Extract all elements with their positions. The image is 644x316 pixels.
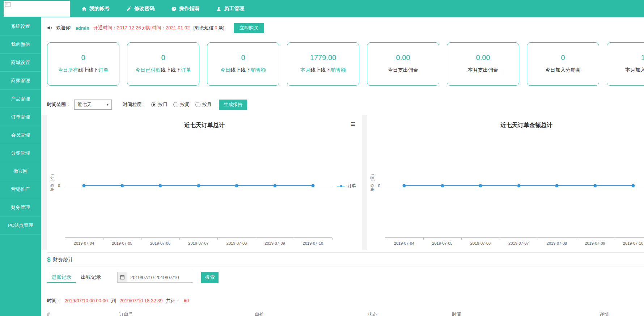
stat-label: 今日线上线下销售额 xyxy=(207,67,279,73)
x-axis-line xyxy=(385,237,644,238)
nav-change-password[interactable]: 修改密码 xyxy=(126,5,154,12)
calendar-icon[interactable] xyxy=(117,272,127,283)
x-axis-tick xyxy=(385,238,385,240)
table-header-cell: 订单号 xyxy=(119,311,255,316)
sidebar-item-订单管理[interactable]: 订单管理 xyxy=(0,108,41,126)
x-axis-line xyxy=(65,237,332,238)
nav-label: 我的帐号 xyxy=(89,5,110,12)
sidebar-item-分销管理[interactable]: 分销管理 xyxy=(0,144,41,162)
main-content: 欢迎你! admin 开通时间：2017-12-26 到期时间：2021-01-… xyxy=(41,17,644,316)
radio-option-按日[interactable]: 按日 xyxy=(151,101,168,108)
summary-total-value: ¥0 xyxy=(184,298,189,303)
stat-label-part: 订单 xyxy=(98,67,109,73)
data-point-marker xyxy=(120,184,124,188)
time-range-label: 时间范围： xyxy=(47,101,71,108)
chart-menu-icon[interactable]: ≡ xyxy=(351,120,355,128)
x-axis-tick xyxy=(614,238,614,240)
x-axis-tick xyxy=(576,238,576,240)
tab-出账记录[interactable]: 出账记录 xyxy=(77,271,106,283)
time-range-value: 近七天 xyxy=(77,101,92,108)
nav-label: 修改密码 xyxy=(134,5,154,12)
x-axis-label: 2019-07-10 xyxy=(623,241,643,245)
stat-label-part: 订单 xyxy=(181,67,191,73)
welcome-greeting: 欢迎你! xyxy=(56,25,72,31)
stat-label-part: 本月支出佣金 xyxy=(468,67,498,73)
sidebar-item-营销推广[interactable]: 营销推广 xyxy=(0,180,41,198)
x-axis-tick xyxy=(332,238,332,240)
data-point-marker xyxy=(441,184,444,188)
time-range-select[interactable]: 近七天 ▼ xyxy=(74,100,112,110)
nav-my-account[interactable]: 我的帐号 xyxy=(81,5,110,12)
radio-icon[interactable] xyxy=(195,102,200,107)
stat-value: 0.00 xyxy=(447,54,519,62)
sidebar-item-我的微信[interactable]: 我的微信 xyxy=(0,35,41,54)
tab-进账记录[interactable]: 进账记录 xyxy=(47,271,76,283)
nav-label: 员工管理 xyxy=(224,5,244,12)
date-range-input[interactable] xyxy=(127,272,193,283)
stat-label-part: 今日已付款 xyxy=(135,67,161,73)
stat-value: 0 xyxy=(127,54,199,62)
stat-card: 0今日所有线上线下订单 xyxy=(47,42,119,86)
sidebar-item-微官网[interactable]: 微官网 xyxy=(0,162,41,180)
dollar-icon: $ xyxy=(47,256,50,264)
sidebar-item-系统设置[interactable]: 系统设置 xyxy=(0,17,41,35)
broken-image-icon xyxy=(5,2,10,7)
sidebar-item-PC站点管理[interactable]: PC站点管理 xyxy=(0,216,41,235)
data-point-marker xyxy=(312,184,315,188)
radio-icon[interactable] xyxy=(151,102,156,107)
stat-card: 1779.00本月线上线下销售额 xyxy=(287,42,359,86)
finance-title-text: 财务统计 xyxy=(53,257,73,263)
stat-card: 0今日线上线下销售额 xyxy=(207,42,279,86)
stat-card: 0今日已付款线上线下订单 xyxy=(127,42,199,86)
stat-value: 1 xyxy=(607,54,644,62)
radio-label: 按日 xyxy=(158,101,168,108)
chevron-down-icon: ▼ xyxy=(106,103,109,106)
stat-label: 本月支出佣金 xyxy=(447,67,519,73)
finance-section-title: $ 财务统计 xyxy=(47,256,73,264)
x-axis-tick xyxy=(217,238,218,240)
stat-label-part: 本月加入分销商 xyxy=(625,67,644,73)
table-header-cell: # xyxy=(47,311,119,316)
username: admin xyxy=(76,25,89,31)
x-axis-label: 2019-07-09 xyxy=(264,241,285,245)
chart-title: 近七天订单总计 xyxy=(47,122,362,129)
help-icon: ? xyxy=(171,6,177,12)
stat-label-part: 线上线下 xyxy=(161,67,181,73)
radio-icon[interactable] xyxy=(173,102,178,107)
sidebar-item-产品管理[interactable]: 产品管理 xyxy=(0,90,41,108)
x-axis-tick xyxy=(65,238,65,240)
report-filter-bar: 时间范围： 近七天 ▼ 时间粒度： 按日按周按月 生成报告 xyxy=(47,99,247,110)
chart-legend[interactable]: 订单 xyxy=(337,183,356,189)
stat-label-part: 本月 xyxy=(300,67,310,73)
data-point-marker xyxy=(593,184,597,188)
x-axis-label: 2019-07-04 xyxy=(74,241,94,245)
legend-dot xyxy=(340,185,342,187)
stat-cards-row: 0今日所有线上线下订单0今日已付款线上线下订单0今日线上线下销售额1779.00… xyxy=(47,42,644,86)
buy-now-button[interactable]: 立即购买 xyxy=(234,23,264,33)
table-header-cell: 详情 xyxy=(599,311,643,316)
granularity-label: 时间粒度： xyxy=(123,101,146,108)
sidebar-item-商家管理[interactable]: 商家管理 xyxy=(0,72,41,90)
radio-option-按月[interactable]: 按月 xyxy=(195,101,212,108)
data-point-marker xyxy=(555,184,559,188)
x-axis-label: 2019-07-07 xyxy=(188,241,208,245)
search-button[interactable]: 搜索 xyxy=(201,272,219,283)
nav-guide[interactable]: ? 操作指南 xyxy=(171,5,199,12)
summary-start-time: 2019/07/10 00:00:00 xyxy=(65,298,108,303)
data-point-marker xyxy=(159,184,162,188)
stat-label: 本月线上线下销售额 xyxy=(287,67,359,73)
x-axis-label: 2019-07-08 xyxy=(547,241,567,245)
stat-label-part: 今日 xyxy=(220,67,230,73)
summary-total-label: 共计： xyxy=(166,298,180,303)
summary-to: 到 xyxy=(111,298,116,303)
radio-option-按周[interactable]: 按周 xyxy=(173,101,190,108)
nav-staff-management[interactable]: 员工管理 xyxy=(216,5,244,12)
sidebar-item-财务管理[interactable]: 财务管理 xyxy=(0,198,41,216)
generate-report-button[interactable]: 生成报告 xyxy=(219,100,247,110)
stat-label-part: 线上线下 xyxy=(310,67,331,73)
sidebar-item-会员管理[interactable]: 会员管理 xyxy=(0,126,41,144)
account-period: 开通时间：2017-12-26 到期时间：2021-01-02 xyxy=(93,25,190,31)
sidebar-item-商城设置[interactable]: 商城设置 xyxy=(0,54,41,72)
speaker-icon xyxy=(47,25,53,31)
date-range-group xyxy=(117,272,193,283)
